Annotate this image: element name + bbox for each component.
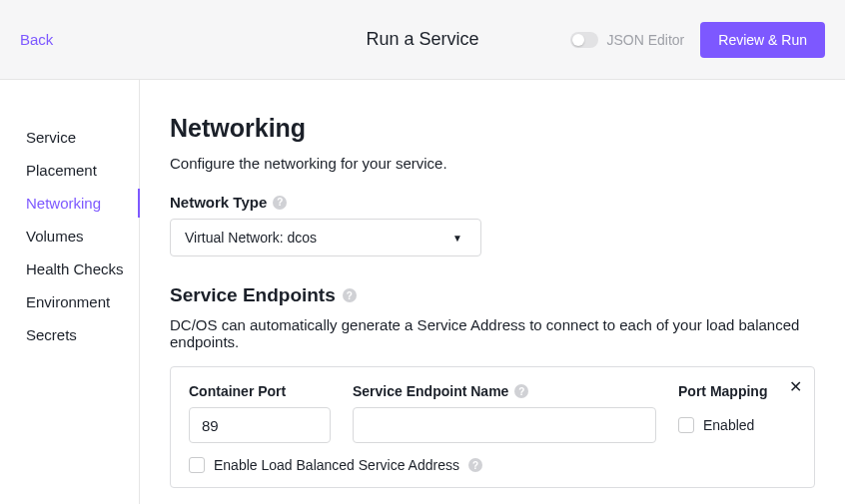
sidebar: Service Placement Networking Volumes Hea… bbox=[0, 80, 140, 504]
load-balanced-row: Enable Load Balanced Service Address ? bbox=[189, 457, 796, 473]
network-type-select[interactable]: Virtual Network: dcos ▼ bbox=[170, 219, 481, 256]
service-endpoint-name-label-text: Service Endpoint Name bbox=[353, 383, 508, 399]
endpoint-row-top: Container Port Service Endpoint Name ? P… bbox=[189, 383, 796, 443]
container-port-label: Container Port bbox=[189, 383, 331, 399]
service-endpoint-name-label: Service Endpoint Name ? bbox=[353, 383, 656, 399]
service-endpoints-title: Service Endpoints ? bbox=[170, 284, 815, 306]
json-editor-toggle-wrap: JSON Editor bbox=[570, 32, 684, 48]
help-icon[interactable]: ? bbox=[273, 196, 287, 210]
network-type-value: Virtual Network: dcos bbox=[185, 230, 317, 246]
port-mapping-field: Port Mapping Enabled bbox=[678, 383, 788, 443]
container-port-input[interactable] bbox=[189, 407, 331, 443]
port-mapping-label: Port Mapping bbox=[678, 383, 788, 399]
sidebar-item-volumes[interactable]: Volumes bbox=[0, 220, 139, 252]
review-run-button[interactable]: Review & Run bbox=[700, 22, 825, 58]
main-content: Networking Configure the networking for … bbox=[140, 80, 845, 504]
json-editor-label: JSON Editor bbox=[606, 32, 684, 48]
body: Service Placement Networking Volumes Hea… bbox=[0, 80, 845, 504]
header-right: JSON Editor Review & Run bbox=[570, 22, 825, 58]
load-balanced-label: Enable Load Balanced Service Address bbox=[214, 457, 459, 473]
service-endpoints-title-text: Service Endpoints bbox=[170, 284, 336, 306]
service-endpoint-name-field: Service Endpoint Name ? bbox=[353, 383, 656, 443]
network-type-label-text: Network Type bbox=[170, 194, 267, 211]
container-port-field: Container Port bbox=[189, 383, 331, 443]
sidebar-item-secrets[interactable]: Secrets bbox=[0, 318, 139, 351]
header: Back Run a Service JSON Editor Review & … bbox=[0, 0, 845, 80]
json-editor-toggle[interactable] bbox=[570, 32, 598, 48]
close-icon[interactable]: ✕ bbox=[789, 379, 802, 395]
page-title: Networking bbox=[170, 114, 815, 143]
port-mapping-checkbox[interactable] bbox=[678, 417, 694, 433]
sidebar-item-placement[interactable]: Placement bbox=[0, 154, 139, 187]
port-mapping-enabled-label: Enabled bbox=[703, 417, 754, 433]
service-endpoint-name-input[interactable] bbox=[353, 407, 656, 443]
service-endpoints-desc: DC/OS can automatically generate a Servi… bbox=[170, 316, 815, 350]
port-mapping-row: Enabled bbox=[678, 407, 788, 443]
back-link[interactable]: Back bbox=[20, 31, 53, 48]
sidebar-item-environment[interactable]: Environment bbox=[0, 285, 139, 318]
help-icon[interactable]: ? bbox=[343, 288, 357, 302]
endpoint-box: ✕ Container Port Service Endpoint Name ?… bbox=[170, 366, 815, 488]
chevron-down-icon: ▼ bbox=[452, 233, 462, 244]
sidebar-item-health-checks[interactable]: Health Checks bbox=[0, 252, 139, 285]
help-icon[interactable]: ? bbox=[514, 384, 528, 398]
network-type-label: Network Type ? bbox=[170, 194, 815, 211]
sidebar-item-networking[interactable]: Networking bbox=[0, 187, 139, 220]
sidebar-item-service[interactable]: Service bbox=[0, 121, 139, 154]
help-icon[interactable]: ? bbox=[468, 458, 482, 472]
page-subtitle: Configure the networking for your servic… bbox=[170, 155, 815, 172]
load-balanced-checkbox[interactable] bbox=[189, 457, 205, 473]
page-header-title: Run a Service bbox=[366, 29, 478, 50]
